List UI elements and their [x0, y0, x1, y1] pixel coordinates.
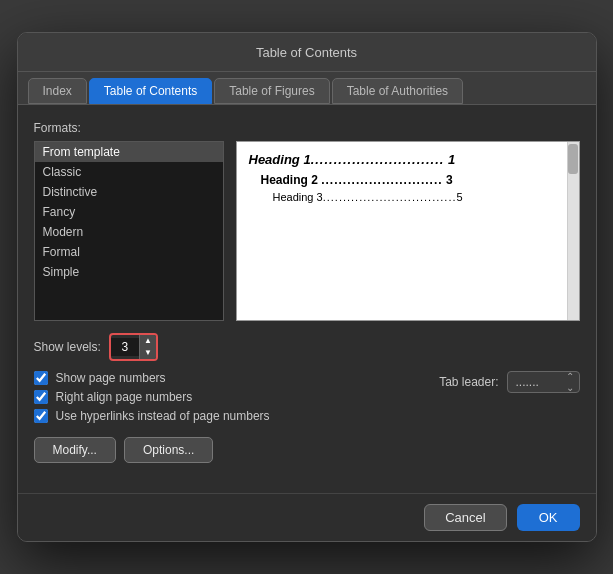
format-from-template[interactable]: From template [35, 142, 223, 162]
right-align-checkbox[interactable] [34, 390, 48, 404]
tab-leader-wrapper: ....... ------ ______ (none) ⌃⌄ [507, 371, 580, 393]
format-modern[interactable]: Modern [35, 222, 223, 242]
preview-h2-text: Heading 2 [261, 173, 318, 187]
formats-label: Formats: [34, 121, 580, 135]
show-levels-value: 3 [111, 338, 139, 356]
tab-leader-section: Tab leader: ....... ------ ______ (none)… [439, 371, 579, 393]
show-page-numbers-label: Show page numbers [56, 371, 166, 385]
tab-toa[interactable]: Table of Authorities [332, 78, 463, 104]
preview-h3-dots: ................................. [323, 191, 457, 203]
modify-options-buttons: Modify... Options... [34, 437, 580, 463]
show-levels-label: Show levels: [34, 340, 101, 354]
spinner-down[interactable]: ▼ [140, 347, 156, 359]
format-formal[interactable]: Formal [35, 242, 223, 262]
title-bar: Table of Contents [18, 33, 596, 72]
preview-h1-dots: ............................. [311, 152, 445, 167]
show-levels-spinner[interactable]: ▲ ▼ [139, 335, 156, 358]
tab-leader-label: Tab leader: [439, 375, 498, 389]
modify-button[interactable]: Modify... [34, 437, 116, 463]
preview-h3-num: 5 [457, 191, 463, 203]
preview-h1-num: 1 [448, 152, 455, 167]
dialog-title: Table of Contents [256, 45, 357, 60]
preview-scrollbar[interactable] [567, 142, 579, 320]
use-hyperlinks-label: Use hyperlinks instead of page numbers [56, 409, 270, 423]
preview-h1-text: Heading 1 [249, 152, 311, 167]
content-area: Formats: From template Classic Distincti… [18, 105, 596, 492]
tab-bar: Index Table of Contents Table of Figures… [18, 72, 596, 105]
preview-heading3: Heading 3...............................… [273, 191, 567, 203]
preview-scroll-thumb[interactable] [568, 144, 578, 174]
format-classic[interactable]: Classic [35, 162, 223, 182]
formats-list[interactable]: From template Classic Distinctive Fancy … [34, 141, 224, 321]
tab-tof[interactable]: Table of Figures [214, 78, 329, 104]
cancel-button[interactable]: Cancel [424, 504, 506, 531]
tab-leader-select[interactable]: ....... ------ ______ (none) [507, 371, 580, 393]
options-button[interactable]: Options... [124, 437, 213, 463]
show-levels-box: 3 ▲ ▼ [109, 333, 158, 360]
preview-heading1: Heading 1............................. 1 [249, 152, 567, 167]
format-distinctive[interactable]: Distinctive [35, 182, 223, 202]
show-page-numbers-checkbox[interactable] [34, 371, 48, 385]
use-hyperlinks-checkbox[interactable] [34, 409, 48, 423]
show-levels-row: Show levels: 3 ▲ ▼ [34, 333, 580, 360]
dialog: Table of Contents Index Table of Content… [17, 32, 597, 541]
checkbox-use-hyperlinks: Use hyperlinks instead of page numbers [34, 409, 580, 423]
main-row: From template Classic Distinctive Fancy … [34, 141, 580, 321]
tab-index[interactable]: Index [28, 78, 87, 104]
preview-heading2: Heading 2 ............................ 3 [261, 173, 567, 187]
preview-h3-text: Heading 3 [273, 191, 323, 203]
right-align-label: Right align page numbers [56, 390, 193, 404]
preview-h2-num: 3 [446, 173, 453, 187]
ok-button[interactable]: OK [517, 504, 580, 531]
format-simple[interactable]: Simple [35, 262, 223, 282]
format-fancy[interactable]: Fancy [35, 202, 223, 222]
spinner-up[interactable]: ▲ [140, 335, 156, 347]
bottom-row: Cancel OK [18, 493, 596, 541]
preview-h2-dots: ............................ [321, 173, 442, 187]
checkboxes-section: Show page numbers Right align page numbe… [34, 371, 580, 423]
preview-area: Heading 1............................. 1… [236, 141, 580, 321]
tab-toc[interactable]: Table of Contents [89, 78, 212, 104]
